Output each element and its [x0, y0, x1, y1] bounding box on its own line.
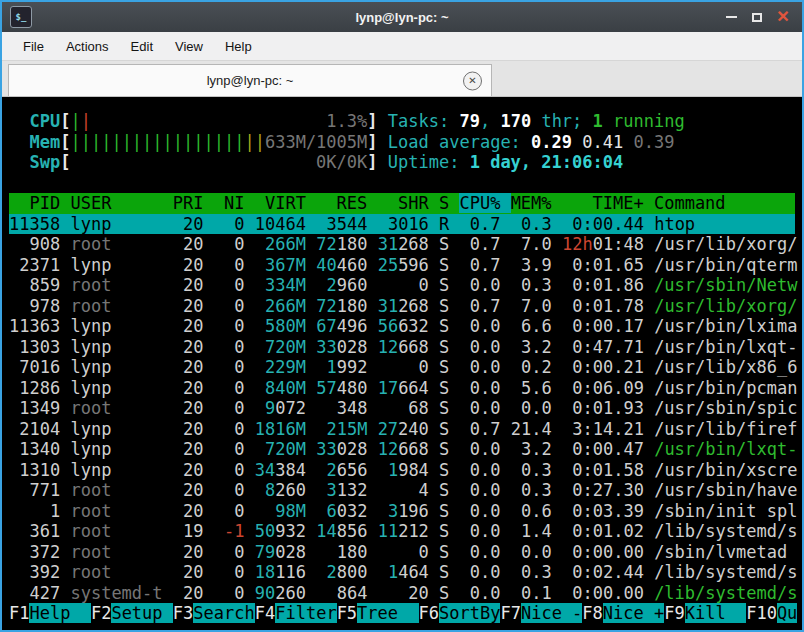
cell-state: S [439, 398, 449, 418]
fkey-f4[interactable]: F4Filter [255, 603, 337, 623]
cell-shr: 3 [378, 501, 398, 521]
process-row[interactable]: 1303 lynp 20 0 720M 33028 12668 S 0.0 3.… [9, 337, 795, 358]
fkey-number: F3 [173, 603, 193, 623]
process-row[interactable]: 427 systemd-t 20 0 90260 864 20 S 0.0 0.… [9, 583, 795, 604]
tab-close-icon[interactable] [463, 71, 482, 90]
fkey-f6[interactable]: F6SortBy [419, 603, 501, 623]
menu-view[interactable]: View [164, 35, 214, 58]
cell-command: /usr/bin/lxima [654, 316, 797, 336]
cell-pid: 908 [9, 234, 60, 254]
cell-command: /usr/lib/xorg/ [654, 234, 797, 254]
cell-mem: 5.6 [511, 378, 552, 398]
process-row[interactable]: 7016 lynp 20 0 229M 1992 0 S 0.0 0.2 0:0… [9, 357, 795, 378]
process-row[interactable]: 978 root 20 0 266M 72180 31268 S 0.7 7.0… [9, 296, 795, 317]
cell-user: lynp [70, 214, 162, 234]
cell-pid: 1340 [9, 439, 60, 459]
fkey-f7[interactable]: F7Nice - [500, 603, 582, 623]
header-col-virt[interactable]: VIRT [255, 193, 316, 213]
cell-state: S [439, 542, 449, 562]
header-col-cpu[interactable]: CPU% [459, 193, 510, 213]
process-row[interactable]: 2104 lynp 20 0 1816M 215M 27240 S 0.7 21… [9, 419, 795, 440]
terminal-screen[interactable]: CPU[|| 1.3%] Tasks: 79, 170 thr; 1 runni… [2, 97, 802, 630]
minimize-button[interactable] [720, 6, 742, 28]
cell-user: root [70, 562, 162, 582]
process-row[interactable]: 372 root 20 0 79028 180 0 S 0.0 0.0 0:00… [9, 542, 795, 563]
menu-help[interactable]: Help [214, 35, 263, 58]
header-col-res[interactable]: RES [316, 193, 377, 213]
cell-res: 57 [316, 378, 336, 398]
fkey-f5[interactable]: F5Tree [337, 603, 419, 623]
cell-pid: 1349 [9, 398, 60, 418]
cell-pid: 372 [9, 542, 60, 562]
cell-res: 2 [316, 275, 336, 295]
process-row[interactable]: 771 root 20 0 8260 3132 4 S 0.0 0.3 0:27… [9, 480, 795, 501]
fkey-f3[interactable]: F3Search [173, 603, 255, 623]
header-col-ni[interactable]: NI [214, 193, 255, 213]
cell-user: root [70, 234, 162, 254]
process-row[interactable]: 1310 lynp 20 0 34384 2656 1984 S 0.0 0.3… [9, 460, 795, 481]
header-col-user[interactable]: USER [70, 193, 172, 213]
fkey-label: SortBy [439, 603, 500, 623]
header-col-shr[interactable]: SHR [378, 193, 439, 213]
cell-pid: 978 [9, 296, 60, 316]
process-row[interactable]: 11358 lynp 20 0 10464 3544 3016 R 0.7 0.… [9, 214, 795, 235]
header-col-pri[interactable]: PRI [173, 193, 214, 213]
menu-actions[interactable]: Actions [55, 35, 120, 58]
fkey-f9[interactable]: F9Kill [664, 603, 746, 623]
cell-time: 0:00.47 [562, 439, 644, 459]
process-row[interactable]: 908 root 20 0 266M 72180 31268 S 0.7 7.0… [9, 234, 795, 255]
process-row[interactable]: 1340 lynp 20 0 720M 33028 12668 S 0.0 3.… [9, 439, 795, 460]
cell-cpu: 0.7 [460, 214, 501, 234]
cell-user: root [70, 480, 162, 500]
header-col-time[interactable]: TIME+ [562, 193, 654, 213]
header-col-command[interactable]: Command [654, 193, 726, 213]
header-col-pid[interactable]: PID [9, 193, 70, 213]
cell-ni: 0 [214, 214, 245, 234]
cell-state: S [439, 562, 449, 582]
titlebar[interactable]: $_ lynp@lyn-pc: ~ [2, 2, 802, 32]
header-col-mem[interactable]: MEM% [511, 193, 562, 213]
fkey-f10[interactable]: F10Qu [746, 603, 797, 623]
cell-user: root [70, 275, 162, 295]
process-row[interactable]: 361 root 19 -1 50932 14856 11212 S 0.0 1… [9, 521, 795, 542]
fkey-f1[interactable]: F1Help [9, 603, 91, 623]
cell-virt: 266M [255, 296, 306, 316]
process-row[interactable]: 859 root 20 0 334M 2960 0 S 0.0 0.3 0:01… [9, 275, 795, 296]
fkey-number: F7 [500, 603, 520, 623]
mem-meter-text: 633M/1005M [265, 132, 367, 152]
process-row[interactable]: 392 root 20 0 18116 2800 1464 S 0.0 0.3 … [9, 562, 795, 583]
cell-cpu: 0.0 [460, 562, 501, 582]
mem-meter-bar: ||||||||||||||||| [70, 132, 244, 152]
fkey-f2[interactable]: F2Setup [91, 603, 173, 623]
cell-ni: 0 [214, 583, 245, 603]
cell-pri: 20 [173, 214, 204, 234]
header-col-state[interactable]: S [439, 193, 459, 213]
tab-terminal[interactable]: lynp@lyn-pc: ~ [8, 64, 492, 96]
cpu-meter-bar: | [70, 111, 80, 131]
maximize-button[interactable] [746, 6, 768, 28]
cell-res: 2 [316, 562, 336, 582]
cell-state: S [439, 296, 449, 316]
cell-pid: 11358 [9, 214, 60, 234]
load-average-label: Load average: [388, 132, 531, 152]
fkey-label: Kill [685, 603, 746, 623]
cell-virt: 9 [255, 398, 275, 418]
process-row[interactable]: 2371 lynp 20 0 367M 40460 25596 S 0.7 3.… [9, 255, 795, 276]
menu-edit[interactable]: Edit [120, 35, 164, 58]
cell-cpu: 0.0 [460, 521, 501, 541]
cell-pid: 1303 [9, 337, 60, 357]
fkey-label: Filter [275, 603, 336, 623]
cell-virt: 10 [255, 214, 275, 234]
fkey-f8[interactable]: F8Nice + [582, 603, 664, 623]
cell-mem: 3.2 [511, 439, 552, 459]
cell-time: 0:27.30 [562, 480, 644, 500]
process-row[interactable]: 11363 lynp 20 0 580M 67496 56632 S 0.0 6… [9, 316, 795, 337]
process-row[interactable]: 1286 lynp 20 0 840M 57480 17664 S 0.0 5.… [9, 378, 795, 399]
cell-pid: 11363 [9, 316, 60, 336]
close-button[interactable] [772, 6, 794, 28]
process-row[interactable]: 1 root 20 0 98M 6032 3196 S 0.0 0.6 0:03… [9, 501, 795, 522]
menu-file[interactable]: File [12, 35, 55, 58]
cell-mem: 0.3 [511, 460, 552, 480]
cell-state: S [439, 501, 449, 521]
process-row[interactable]: 1349 root 20 0 9072 348 68 S 0.0 0.0 0:0… [9, 398, 795, 419]
